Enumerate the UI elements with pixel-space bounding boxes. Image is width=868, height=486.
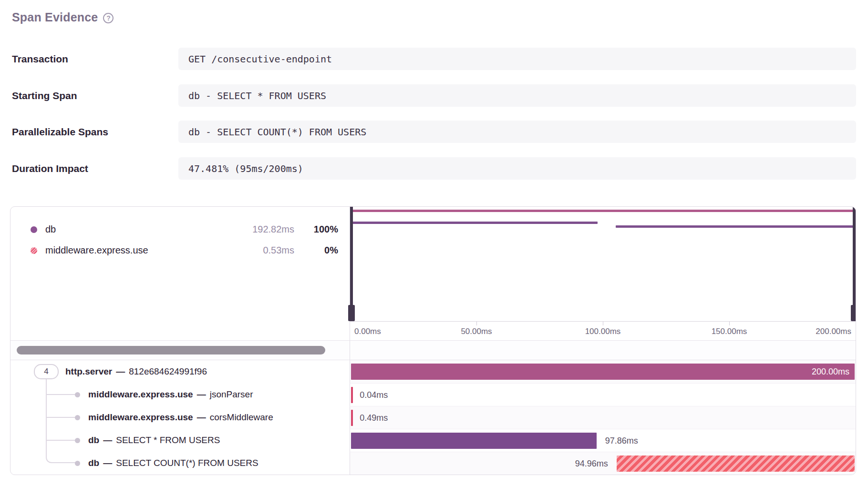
span-bar-db-count (617, 456, 855, 472)
axis-label: 0.00ms (354, 327, 381, 336)
span-duration-label: 97.86ms (605, 429, 638, 452)
minimap-chart[interactable] (350, 207, 856, 321)
minimap-right-handle[interactable] (853, 207, 856, 321)
span-bar-http-server: 200.00ms (351, 364, 855, 380)
span-row-db-select[interactable]: db — SELECT * FROM USERS 97.86ms (10, 429, 856, 452)
legend-item-db[interactable]: db (45, 224, 227, 235)
span-description: SELECT * FROM USERS (116, 435, 220, 446)
field-value: db - SELECT * FROM USERS (178, 84, 856, 107)
time-axis: 0.00ms 50.00ms 100.00ms 150.00ms 200.00m… (350, 321, 856, 340)
minimap-span-http-server (350, 210, 856, 212)
span-evidence-page: Span Evidence ? Transaction GET /consecu… (0, 0, 868, 486)
page-header: Span Evidence ? (12, 10, 114, 24)
axis-label: 200.00ms (816, 327, 851, 336)
span-op: middleware.express.use (88, 412, 193, 423)
horizontal-scrollbar[interactable] (17, 346, 325, 354)
minimap-span-db-count (616, 225, 856, 228)
page-title: Span Evidence (12, 10, 98, 24)
span-duration-label: 0.49ms (360, 406, 388, 429)
legend-percent: 0% (301, 245, 338, 256)
span-bar-db-select (351, 433, 597, 449)
field-label: Starting Span (12, 84, 77, 107)
field-label: Transaction (12, 48, 68, 70)
legend-swatch-db (31, 226, 37, 233)
legend-percent: 100% (301, 224, 338, 235)
legend-swatch-middleware (31, 247, 37, 254)
span-description: SELECT COUNT(*) FROM USERS (116, 458, 258, 468)
span-tree: 4 http.server — 812e684624991f96 200.00m… (10, 360, 856, 475)
span-op: db (88, 458, 99, 468)
span-description: corsMiddleware (210, 412, 273, 423)
minimap-left-handle[interactable] (350, 207, 353, 321)
question-mark-icon[interactable]: ? (103, 13, 114, 23)
legend-duration: 0.53ms (233, 245, 294, 256)
span-duration-label: 0.04ms (360, 384, 388, 406)
span-bar-corsmiddleware (351, 410, 353, 426)
minimap-span-db-select (350, 222, 598, 224)
axis-label: 150.00ms (712, 327, 747, 336)
tree-node-dot (75, 461, 80, 466)
field-value: GET /consecutive-endpoint (178, 48, 856, 70)
scroll-row-right (350, 341, 856, 360)
field-row-duration-impact: Duration Impact 47.481% (95ms/200ms) (0, 157, 868, 180)
span-description: jsonParser (210, 389, 253, 400)
field-value: 47.481% (95ms/200ms) (178, 157, 856, 180)
axis-label: 50.00ms (461, 327, 492, 336)
span-bar-jsonparser (351, 387, 353, 403)
span-row-db-count[interactable]: db — SELECT COUNT(*) FROM USERS 94.96ms (10, 452, 856, 475)
tree-node-dot (75, 415, 80, 420)
span-waterfall-panel: db 192.82ms 100% middleware.express.use … (10, 206, 856, 475)
axis-tick (476, 322, 477, 325)
tree-scroll-row (10, 340, 856, 360)
span-row-corsmiddleware[interactable]: middleware.express.use — corsMiddleware … (10, 406, 856, 429)
collapse-count-badge[interactable]: 4 (34, 364, 59, 379)
field-label: Duration Impact (12, 157, 88, 180)
tree-node-dot (75, 438, 80, 443)
legend-duration: 192.82ms (233, 224, 294, 235)
field-row-starting-span: Starting Span db - SELECT * FROM USERS (0, 84, 868, 107)
field-label: Parallelizable Spans (12, 121, 108, 143)
span-row-jsonparser[interactable]: middleware.express.use — jsonParser 0.04… (10, 383, 856, 406)
trace-minimap: 0.00ms 50.00ms 100.00ms 150.00ms 200.00m… (350, 207, 856, 340)
span-legend: db 192.82ms 100% middleware.express.use … (10, 207, 350, 340)
field-row-transaction: Transaction GET /consecutive-endpoint (0, 48, 868, 70)
tree-node-dot (75, 392, 80, 397)
span-duration-label: 200.00ms (812, 367, 855, 377)
field-value: db - SELECT COUNT(*) FROM USERS (178, 121, 856, 143)
span-op: db (88, 435, 99, 446)
axis-tick (603, 322, 603, 325)
span-op: http.server (65, 366, 112, 377)
field-row-parallelizable-spans: Parallelizable Spans db - SELECT COUNT(*… (0, 121, 868, 143)
span-row-http-server[interactable]: 4 http.server — 812e684624991f96 200.00m… (10, 360, 856, 383)
span-op: middleware.express.use (88, 389, 193, 400)
axis-label: 100.00ms (585, 327, 621, 336)
legend-item-middleware[interactable]: middleware.express.use (45, 245, 227, 256)
span-duration-label: 94.96ms (575, 452, 608, 475)
axis-tick (729, 322, 730, 325)
span-description: 812e684624991f96 (129, 366, 207, 377)
